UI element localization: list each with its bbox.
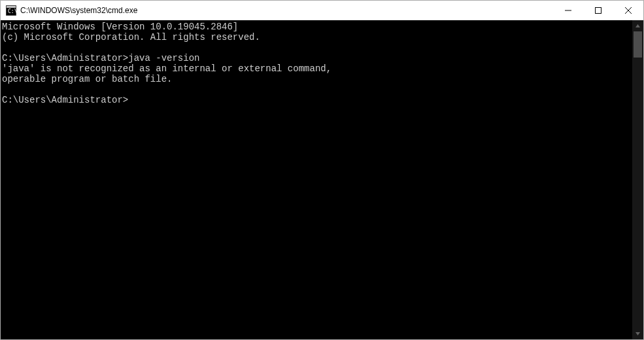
svg-rect-1 <box>7 6 16 8</box>
minimize-button[interactable] <box>553 1 583 20</box>
terminal-line <box>2 84 632 95</box>
terminal-line: C:\Users\Administrator> <box>2 95 632 105</box>
client-area: Microsoft Windows [Version 10.0.19045.28… <box>1 20 643 339</box>
terminal-line: Microsoft Windows [Version 10.0.19045.28… <box>2 22 632 32</box>
terminal-line <box>2 42 632 53</box>
window-controls <box>553 1 643 20</box>
scroll-down-button[interactable] <box>632 328 643 339</box>
terminal-line: C:\Users\Administrator>java -version <box>2 53 632 63</box>
svg-marker-8 <box>636 332 640 335</box>
scrollbar-thumb[interactable] <box>634 31 642 58</box>
titlebar[interactable]: C:\ C:\WINDOWS\system32\cmd.exe <box>1 1 643 20</box>
window-title: C:\WINDOWS\system32\cmd.exe <box>20 6 553 15</box>
svg-rect-4 <box>596 7 602 13</box>
terminal-line: operable program or batch file. <box>2 74 632 84</box>
scrollbar-track[interactable] <box>632 31 643 328</box>
close-button[interactable] <box>613 1 643 20</box>
terminal-line: 'java' is not recognized as an internal … <box>2 63 632 74</box>
cmd-icon: C:\ <box>6 5 16 16</box>
maximize-button[interactable] <box>583 1 613 20</box>
svg-marker-7 <box>636 24 640 27</box>
vertical-scrollbar[interactable] <box>632 20 643 339</box>
cmd-window: C:\ C:\WINDOWS\system32\cmd.exe Microsof… <box>0 0 644 340</box>
terminal-line: (c) Microsoft Corporation. All rights re… <box>2 32 632 42</box>
scroll-up-button[interactable] <box>632 20 643 31</box>
terminal-output[interactable]: Microsoft Windows [Version 10.0.19045.28… <box>1 20 632 339</box>
svg-text:C:\: C:\ <box>8 8 16 14</box>
